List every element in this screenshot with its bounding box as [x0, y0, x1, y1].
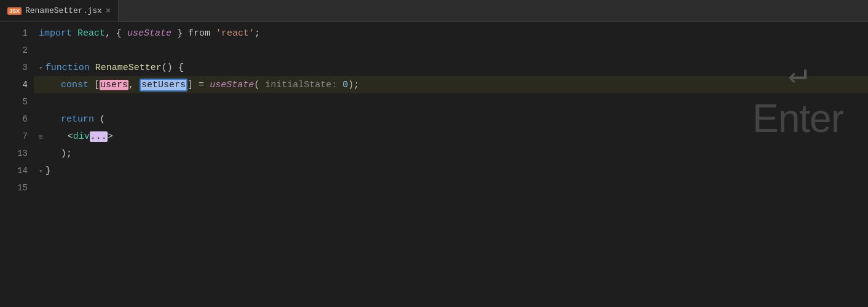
import-keyword: import: [39, 28, 77, 39]
comma-brace: , {: [105, 28, 127, 39]
open-angle: <: [68, 131, 73, 142]
code-area[interactable]: import React , { useState } from 'react'…: [34, 22, 868, 307]
indent-6: [39, 114, 61, 125]
tab-renamesetter[interactable]: JSX RenameSetter.jsx ×: [0, 0, 119, 21]
react-name: React: [77, 28, 105, 39]
jsx-badge: JSX: [7, 7, 22, 15]
tab-bar: JSX RenameSetter.jsx ×: [0, 0, 868, 22]
usestate-name: useState: [127, 28, 172, 39]
parens-brace: () {: [162, 63, 184, 73]
function-keyword: function: [45, 63, 95, 73]
close-angle: >: [108, 131, 113, 142]
indent-4: [39, 80, 61, 90]
code-line-4: const [ users , setUsers ] = useState ( …: [34, 76, 868, 93]
tab-close-button[interactable]: ×: [106, 7, 111, 15]
initialstate-value: 0: [342, 80, 348, 90]
indent-13: [39, 149, 61, 159]
open-paren-6: (: [100, 114, 105, 125]
enter-indicator: ↵ Enter: [752, 59, 843, 141]
return-keyword: return: [61, 114, 100, 125]
function-name: RenameSetter: [95, 63, 162, 73]
equals: =: [199, 80, 210, 90]
semicolon-1: ;: [254, 28, 260, 39]
close-bracket: ]: [187, 80, 199, 90]
div-tag: div: [73, 131, 90, 142]
line-num-5: 5: [0, 93, 28, 111]
fold-icon-3[interactable]: ▾: [39, 64, 43, 72]
ellipsis-highlight: ...: [90, 131, 108, 142]
line-num-14: 14: [0, 162, 28, 179]
fold-icon-7[interactable]: ⊞: [39, 133, 43, 141]
code-line-6: return (: [34, 111, 868, 128]
code-line-14: ▾ }: [34, 162, 868, 179]
enter-label: Enter: [752, 96, 843, 141]
line-numbers: 1 2 3 4 5 6 7 13 14 15: [0, 22, 34, 307]
line-num-3: 3: [0, 59, 28, 76]
editor-area: 1 2 3 4 5 6 7 13 14 15 import React , { …: [0, 22, 868, 307]
close-brace-import: }: [172, 28, 188, 39]
initialstate-hint: initialState:: [265, 80, 342, 90]
code-line-2: [34, 42, 868, 59]
code-line-5: [34, 93, 868, 111]
enter-arrow-icon: ↵: [788, 59, 807, 91]
users-highlight: users: [100, 80, 128, 90]
open-bracket: [: [94, 80, 100, 90]
code-line-1: import React , { useState } from 'react'…: [34, 25, 868, 42]
code-line-15: [34, 179, 868, 196]
from-keyword: from: [188, 28, 216, 39]
close-paren-4: );: [348, 80, 359, 90]
line-num-1: 1: [0, 25, 28, 42]
open-paren-4: (: [254, 80, 265, 90]
fold-icon-14[interactable]: ▾: [39, 167, 43, 175]
code-line-3: ▾ function RenameSetter () {: [34, 59, 868, 76]
indent-7: [45, 131, 68, 142]
setusers-highlight: setUsers: [140, 79, 187, 91]
react-string: 'react': [216, 28, 254, 39]
close-paren-13: );: [61, 149, 72, 159]
line-num-7: 7: [0, 128, 28, 145]
line-num-15: 15: [0, 179, 28, 196]
tab-filename: RenameSetter.jsx: [25, 6, 102, 15]
const-keyword: const: [61, 80, 94, 90]
line-num-2: 2: [0, 42, 28, 59]
usestate-call: useState: [210, 80, 254, 90]
code-line-7: ⊞ < div ... >: [34, 128, 868, 145]
close-brace-14: }: [45, 166, 51, 176]
line-num-13: 13: [0, 145, 28, 162]
code-line-13: );: [34, 145, 868, 162]
comma-4: ,: [128, 80, 140, 90]
line-num-6: 6: [0, 111, 28, 128]
line-num-4: 4: [0, 76, 28, 93]
